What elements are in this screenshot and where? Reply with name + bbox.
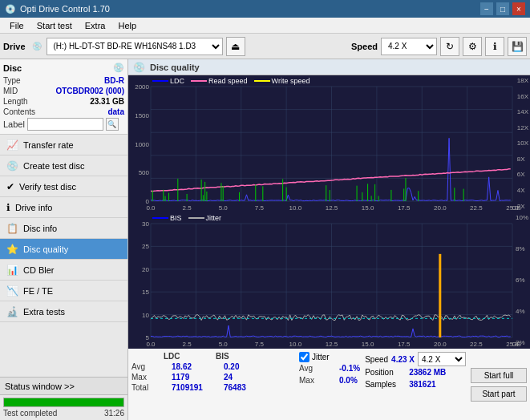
- settings-button[interactable]: ⚙: [463, 37, 482, 56]
- stats-header-empty: [131, 352, 164, 361]
- speed-label-stat: Speed: [365, 355, 388, 364]
- menubar: File Start test Extra Help: [0, 18, 530, 34]
- disc-label-input[interactable]: [27, 118, 103, 131]
- position-row: Position 23862 MB: [365, 368, 466, 377]
- y-right-10x: 10X: [517, 139, 528, 147]
- menu-help[interactable]: Help: [111, 18, 143, 33]
- speed-select-stats[interactable]: 4.2 X: [418, 352, 466, 366]
- legend-ldc: LDC: [152, 77, 184, 85]
- legend-bis: BIS: [152, 214, 182, 222]
- legend-jitter-color: [188, 217, 204, 219]
- sidebar-item-label: Verify test disc: [19, 182, 76, 192]
- disc-panel-icon: 💿: [113, 63, 124, 73]
- app-icon: 💿: [5, 4, 16, 14]
- disc-quality-header-icon: 💿: [133, 62, 145, 73]
- sidebar-item-transfer-rate[interactable]: 📈 Transfer rate: [0, 135, 127, 155]
- disc-label-row: Label 🔍: [3, 118, 124, 131]
- legend-write-speed-label: Write speed: [272, 77, 310, 85]
- menu-extra[interactable]: Extra: [79, 18, 112, 33]
- menu-start-test[interactable]: Start test: [30, 18, 79, 33]
- samples-label: Samples: [365, 380, 409, 389]
- disc-panel: Disc 💿 Type BD-R MID OTCBDR002 (000) Len…: [0, 59, 127, 135]
- stats-max-bis: 24: [224, 373, 276, 382]
- disc-length-row: Length 23.31 GB: [3, 97, 124, 106]
- top-chart-legend: LDC Read speed Write speed: [152, 77, 310, 85]
- info-button[interactable]: ℹ: [485, 37, 504, 56]
- top-chart-yaxis-right: 18X 16X 14X 12X 10X 8X 6X 4X 2X: [517, 75, 528, 212]
- legend-read-speed-color: [191, 80, 207, 82]
- sidebar-item-disc-info[interactable]: 📋 Disc info: [0, 218, 127, 239]
- position-value: 23862 MB: [409, 368, 446, 377]
- stats-avg-ldc: 18.62: [172, 362, 224, 371]
- stats-avg-label: Avg: [131, 362, 172, 371]
- legend-bis-label: BIS: [170, 214, 182, 222]
- cd-bler-icon: 📊: [6, 265, 18, 276]
- y-right-2x: 2X: [517, 203, 528, 210]
- speed-label: Speed: [351, 42, 378, 51]
- sidebar-item-create-test-disc[interactable]: 💿 Create test disc: [0, 155, 127, 176]
- disc-type-row: Type BD-R: [3, 76, 124, 85]
- sidebar-item-label: Drive info: [15, 203, 52, 212]
- drive-info-icon: ℹ: [6, 202, 10, 213]
- jitter-checkbox[interactable]: [299, 352, 310, 362]
- refresh-button[interactable]: ↻: [440, 37, 459, 56]
- sidebar-item-fe-te[interactable]: 📉 FE / TE: [0, 281, 127, 301]
- sidebar-item-drive-info[interactable]: ℹ Drive info: [0, 197, 127, 218]
- titlebar-controls: − □ ×: [480, 2, 525, 15]
- maximize-button[interactable]: □: [496, 2, 509, 15]
- jitter-max-row: Max 0.0%: [299, 376, 360, 385]
- disc-length-label: Length: [3, 97, 28, 106]
- minimize-button[interactable]: −: [480, 2, 493, 15]
- menu-file[interactable]: File: [3, 18, 30, 33]
- sidebar-item-label: Create test disc: [23, 161, 84, 171]
- disc-quality-header: 💿 Disc quality: [128, 59, 530, 75]
- y-right-8pct: 8%: [516, 245, 528, 252]
- sidebar-item-disc-quality[interactable]: ⭐ Disc quality: [0, 239, 127, 260]
- status-window-button[interactable]: Status window >>: [0, 378, 127, 395]
- app-title: Opti Drive Control 1.70: [20, 4, 110, 14]
- close-button[interactable]: ×: [512, 2, 525, 15]
- start-part-button[interactable]: Start part: [471, 386, 527, 402]
- disc-type-value: BD-R: [104, 76, 124, 85]
- start-full-button[interactable]: Start full: [471, 368, 527, 383]
- legend-jitter: Jitter: [188, 214, 222, 222]
- jitter-checkbox-row: Jitter: [299, 352, 360, 362]
- save-button[interactable]: 💾: [508, 37, 527, 56]
- top-chart: LDC Read speed Write speed 18X 16X: [128, 75, 530, 212]
- disc-mid-label: MID: [3, 87, 18, 95]
- sidebar-item-extra-tests[interactable]: 🔬 Extra tests: [0, 301, 127, 322]
- disc-contents-row: Contents data: [3, 107, 124, 116]
- disc-label-button[interactable]: 🔍: [106, 118, 119, 131]
- y-right-14x: 14X: [517, 108, 528, 115]
- status-time: 31:26: [104, 409, 124, 418]
- progress-area: Test completed 31:26: [0, 395, 127, 420]
- position-label: Position: [365, 368, 409, 377]
- disc-mid-value: OTCBDR002 (000): [55, 87, 124, 95]
- speed-position-section: Speed 4.23 X 4.2 X Position 23862 MB Sam…: [365, 352, 466, 417]
- speed-row: Speed 4.23 X 4.2 X: [365, 352, 466, 366]
- status-section: Status window >> Test completed 31:26: [0, 377, 127, 420]
- sidebar-item-verify-test-disc[interactable]: ✔ Verify test disc: [0, 176, 127, 197]
- stats-max-row: Max 1179 24: [131, 373, 294, 382]
- progress-bar-fill: [4, 398, 123, 406]
- speed-select-toolbar[interactable]: 4.2 X: [381, 38, 437, 55]
- disc-quality-icon: ⭐: [6, 244, 18, 255]
- stats-total-bis: 76483: [224, 383, 276, 392]
- stats-total-row: Total 7109191 76483: [131, 383, 294, 392]
- sidebar-item-label: Disc info: [23, 224, 57, 233]
- drive-select[interactable]: (H:) HL-DT-ST BD-RE WH16NS48 1.D3: [47, 38, 223, 55]
- jitter-avg-row: Avg -0.1%: [299, 364, 360, 373]
- sidebar-item-label: FE / TE: [23, 286, 53, 296]
- start-buttons: Start full Start part: [471, 352, 527, 417]
- charts-and-stats: LDC Read speed Write speed 18X 16X: [128, 75, 530, 420]
- jitter-avg-val: -0.1%: [339, 364, 360, 373]
- stats-area: LDC BIS Avg 18.62 0.20 Max 1179 24 Tot: [128, 348, 530, 420]
- create-test-disc-icon: 💿: [6, 160, 18, 172]
- sidebar-item-cd-bler[interactable]: 📊 CD Bler: [0, 260, 127, 281]
- samples-value: 381621: [409, 380, 435, 389]
- sidebar-item-label: Disc quality: [23, 244, 68, 254]
- jitter-max-val: 0.0%: [339, 376, 358, 385]
- drive-icon: 💿: [32, 42, 42, 50]
- eject-button[interactable]: ⏏: [226, 37, 245, 56]
- jitter-max-label: Max: [299, 376, 339, 385]
